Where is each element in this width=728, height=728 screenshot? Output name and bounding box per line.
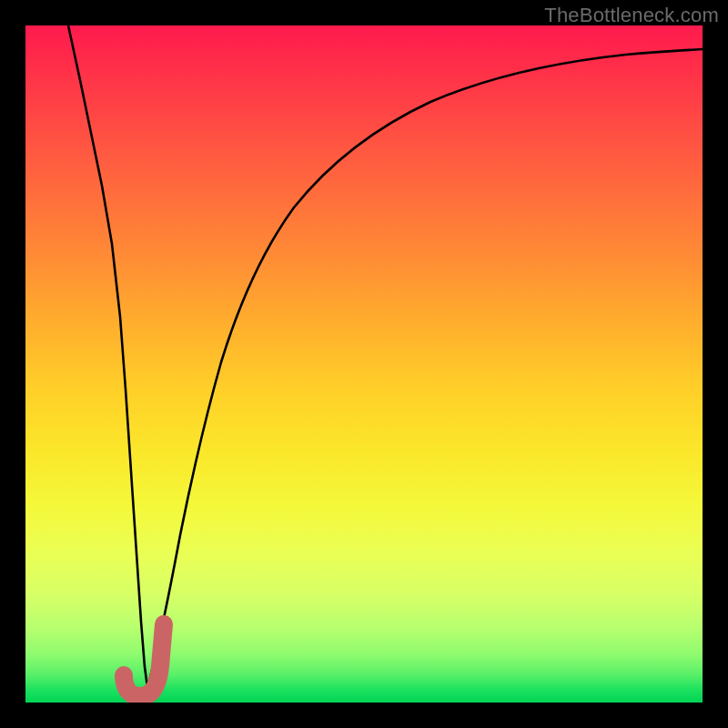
chart-frame: TheBottleneck.com [0, 0, 728, 728]
curve-left-branch [68, 25, 147, 687]
plot-area [25, 25, 703, 703]
curve-right-branch [147, 49, 703, 687]
bottleneck-curve [25, 25, 703, 703]
watermark-text: TheBottleneck.com [544, 4, 719, 27]
